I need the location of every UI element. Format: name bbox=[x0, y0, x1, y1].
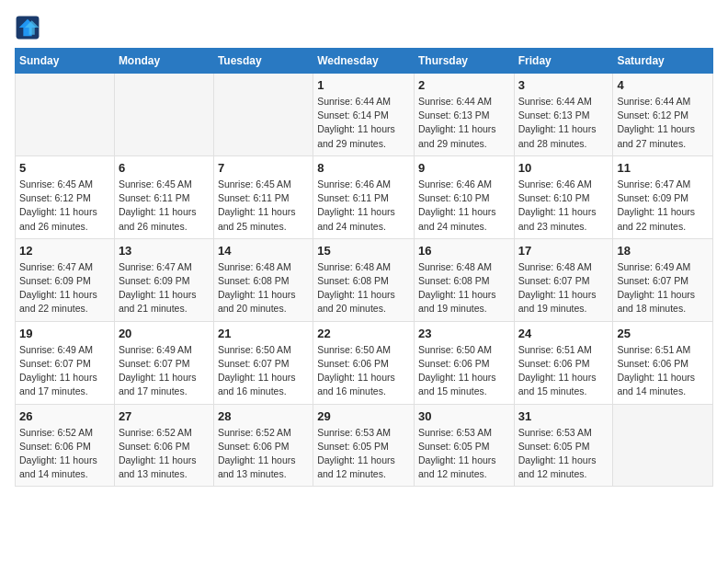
day-number: 20 bbox=[119, 327, 210, 340]
day-number: 19 bbox=[19, 327, 110, 340]
calendar-cell: 2Sunrise: 6:44 AM Sunset: 6:13 PM Daylig… bbox=[414, 74, 514, 156]
calendar-cell: 12Sunrise: 6:47 AM Sunset: 6:09 PM Dayli… bbox=[16, 238, 115, 321]
calendar-cell: 14Sunrise: 6:48 AM Sunset: 6:08 PM Dayli… bbox=[213, 238, 313, 321]
calendar-cell bbox=[613, 404, 713, 487]
calendar-cell: 23Sunrise: 6:50 AM Sunset: 6:06 PM Dayli… bbox=[414, 321, 514, 404]
weekday-header-thursday: Thursday bbox=[414, 49, 514, 74]
calendar-cell: 31Sunrise: 6:53 AM Sunset: 6:05 PM Dayli… bbox=[514, 404, 613, 487]
day-number: 5 bbox=[19, 161, 110, 175]
day-number: 16 bbox=[418, 244, 510, 258]
day-number: 29 bbox=[317, 409, 410, 423]
day-info: Sunrise: 6:50 AM Sunset: 6:06 PM Dayligh… bbox=[317, 343, 410, 399]
day-number: 3 bbox=[518, 78, 609, 92]
calendar-week-row: 1Sunrise: 6:44 AM Sunset: 6:14 PM Daylig… bbox=[16, 74, 713, 156]
day-info: Sunrise: 6:50 AM Sunset: 6:06 PM Dayligh… bbox=[418, 343, 510, 399]
day-number: 25 bbox=[617, 327, 709, 340]
calendar-week-row: 19Sunrise: 6:49 AM Sunset: 6:07 PM Dayli… bbox=[16, 321, 713, 404]
day-info: Sunrise: 6:45 AM Sunset: 6:11 PM Dayligh… bbox=[218, 178, 309, 234]
day-info: Sunrise: 6:52 AM Sunset: 6:06 PM Dayligh… bbox=[218, 426, 309, 482]
day-number: 17 bbox=[518, 244, 609, 258]
day-info: Sunrise: 6:48 AM Sunset: 6:08 PM Dayligh… bbox=[218, 260, 309, 316]
day-info: Sunrise: 6:50 AM Sunset: 6:07 PM Dayligh… bbox=[218, 343, 309, 399]
day-info: Sunrise: 6:44 AM Sunset: 6:14 PM Dayligh… bbox=[317, 95, 410, 151]
day-info: Sunrise: 6:53 AM Sunset: 6:05 PM Dayligh… bbox=[518, 426, 609, 482]
day-info: Sunrise: 6:48 AM Sunset: 6:07 PM Dayligh… bbox=[518, 260, 609, 316]
calendar-cell: 10Sunrise: 6:46 AM Sunset: 6:10 PM Dayli… bbox=[514, 155, 613, 238]
calendar-cell: 26Sunrise: 6:52 AM Sunset: 6:06 PM Dayli… bbox=[16, 404, 115, 487]
day-info: Sunrise: 6:48 AM Sunset: 6:08 PM Dayligh… bbox=[317, 260, 410, 316]
calendar-cell: 21Sunrise: 6:50 AM Sunset: 6:07 PM Dayli… bbox=[213, 321, 313, 404]
day-info: Sunrise: 6:51 AM Sunset: 6:06 PM Dayligh… bbox=[617, 343, 709, 399]
calendar-week-row: 5Sunrise: 6:45 AM Sunset: 6:12 PM Daylig… bbox=[16, 155, 713, 238]
day-number: 8 bbox=[317, 161, 410, 175]
day-info: Sunrise: 6:46 AM Sunset: 6:10 PM Dayligh… bbox=[418, 178, 510, 234]
calendar-cell: 3Sunrise: 6:44 AM Sunset: 6:13 PM Daylig… bbox=[514, 74, 613, 156]
day-info: Sunrise: 6:46 AM Sunset: 6:11 PM Dayligh… bbox=[317, 178, 410, 234]
day-info: Sunrise: 6:52 AM Sunset: 6:06 PM Dayligh… bbox=[119, 426, 210, 482]
calendar-cell: 25Sunrise: 6:51 AM Sunset: 6:06 PM Dayli… bbox=[613, 321, 713, 404]
day-number: 2 bbox=[418, 78, 510, 92]
logo bbox=[15, 15, 42, 40]
day-number: 15 bbox=[317, 244, 410, 258]
logo-icon bbox=[15, 15, 40, 40]
day-info: Sunrise: 6:49 AM Sunset: 6:07 PM Dayligh… bbox=[19, 343, 110, 399]
day-number: 28 bbox=[218, 409, 309, 423]
day-info: Sunrise: 6:49 AM Sunset: 6:07 PM Dayligh… bbox=[119, 343, 210, 399]
day-number: 12 bbox=[19, 244, 110, 258]
day-info: Sunrise: 6:53 AM Sunset: 6:05 PM Dayligh… bbox=[317, 426, 410, 482]
weekday-header-sunday: Sunday bbox=[16, 49, 115, 74]
calendar-cell bbox=[114, 74, 213, 156]
day-info: Sunrise: 6:45 AM Sunset: 6:12 PM Dayligh… bbox=[19, 178, 110, 234]
calendar-cell: 16Sunrise: 6:48 AM Sunset: 6:08 PM Dayli… bbox=[414, 238, 514, 321]
calendar-cell: 6Sunrise: 6:45 AM Sunset: 6:11 PM Daylig… bbox=[114, 155, 213, 238]
day-info: Sunrise: 6:47 AM Sunset: 6:09 PM Dayligh… bbox=[19, 260, 110, 316]
calendar-header: SundayMondayTuesdayWednesdayThursdayFrid… bbox=[16, 49, 713, 74]
day-info: Sunrise: 6:44 AM Sunset: 6:13 PM Dayligh… bbox=[418, 95, 510, 151]
calendar-cell bbox=[16, 74, 115, 156]
day-info: Sunrise: 6:52 AM Sunset: 6:06 PM Dayligh… bbox=[19, 426, 110, 482]
day-number: 11 bbox=[617, 161, 709, 175]
calendar-cell: 18Sunrise: 6:49 AM Sunset: 6:07 PM Dayli… bbox=[613, 238, 713, 321]
day-number: 9 bbox=[418, 161, 510, 175]
calendar-cell: 4Sunrise: 6:44 AM Sunset: 6:12 PM Daylig… bbox=[613, 74, 713, 156]
day-info: Sunrise: 6:46 AM Sunset: 6:10 PM Dayligh… bbox=[518, 178, 609, 234]
calendar-cell: 24Sunrise: 6:51 AM Sunset: 6:06 PM Dayli… bbox=[514, 321, 613, 404]
calendar-cell: 5Sunrise: 6:45 AM Sunset: 6:12 PM Daylig… bbox=[16, 155, 115, 238]
calendar-body: 1Sunrise: 6:44 AM Sunset: 6:14 PM Daylig… bbox=[16, 74, 713, 487]
day-number: 31 bbox=[518, 409, 609, 423]
weekday-header-row: SundayMondayTuesdayWednesdayThursdayFrid… bbox=[16, 49, 713, 74]
day-info: Sunrise: 6:45 AM Sunset: 6:11 PM Dayligh… bbox=[119, 178, 210, 234]
weekday-header-monday: Monday bbox=[114, 49, 213, 74]
calendar-cell: 9Sunrise: 6:46 AM Sunset: 6:10 PM Daylig… bbox=[414, 155, 514, 238]
day-number: 18 bbox=[617, 244, 709, 258]
day-number: 21 bbox=[218, 327, 309, 340]
day-info: Sunrise: 6:48 AM Sunset: 6:08 PM Dayligh… bbox=[418, 260, 510, 316]
day-number: 24 bbox=[518, 327, 609, 340]
weekday-header-friday: Friday bbox=[514, 49, 613, 74]
day-info: Sunrise: 6:47 AM Sunset: 6:09 PM Dayligh… bbox=[119, 260, 210, 316]
page-header bbox=[15, 15, 713, 40]
weekday-header-saturday: Saturday bbox=[613, 49, 713, 74]
day-info: Sunrise: 6:47 AM Sunset: 6:09 PM Dayligh… bbox=[617, 178, 709, 234]
calendar-cell: 19Sunrise: 6:49 AM Sunset: 6:07 PM Dayli… bbox=[16, 321, 115, 404]
calendar-cell: 20Sunrise: 6:49 AM Sunset: 6:07 PM Dayli… bbox=[114, 321, 213, 404]
day-number: 14 bbox=[218, 244, 309, 258]
calendar-week-row: 12Sunrise: 6:47 AM Sunset: 6:09 PM Dayli… bbox=[16, 238, 713, 321]
day-info: Sunrise: 6:53 AM Sunset: 6:05 PM Dayligh… bbox=[418, 426, 510, 482]
day-number: 22 bbox=[317, 327, 410, 340]
day-number: 27 bbox=[119, 409, 210, 423]
calendar-cell: 22Sunrise: 6:50 AM Sunset: 6:06 PM Dayli… bbox=[313, 321, 415, 404]
calendar-cell: 17Sunrise: 6:48 AM Sunset: 6:07 PM Dayli… bbox=[514, 238, 613, 321]
day-info: Sunrise: 6:44 AM Sunset: 6:13 PM Dayligh… bbox=[518, 95, 609, 151]
day-info: Sunrise: 6:44 AM Sunset: 6:12 PM Dayligh… bbox=[617, 95, 709, 151]
calendar-cell: 30Sunrise: 6:53 AM Sunset: 6:05 PM Dayli… bbox=[414, 404, 514, 487]
day-number: 26 bbox=[19, 409, 110, 423]
calendar-cell: 7Sunrise: 6:45 AM Sunset: 6:11 PM Daylig… bbox=[213, 155, 313, 238]
day-number: 30 bbox=[418, 409, 510, 423]
day-number: 7 bbox=[218, 161, 309, 175]
calendar-cell: 8Sunrise: 6:46 AM Sunset: 6:11 PM Daylig… bbox=[313, 155, 415, 238]
calendar-cell: 1Sunrise: 6:44 AM Sunset: 6:14 PM Daylig… bbox=[313, 74, 415, 156]
weekday-header-wednesday: Wednesday bbox=[313, 49, 415, 74]
day-number: 1 bbox=[317, 78, 410, 92]
day-info: Sunrise: 6:51 AM Sunset: 6:06 PM Dayligh… bbox=[518, 343, 609, 399]
